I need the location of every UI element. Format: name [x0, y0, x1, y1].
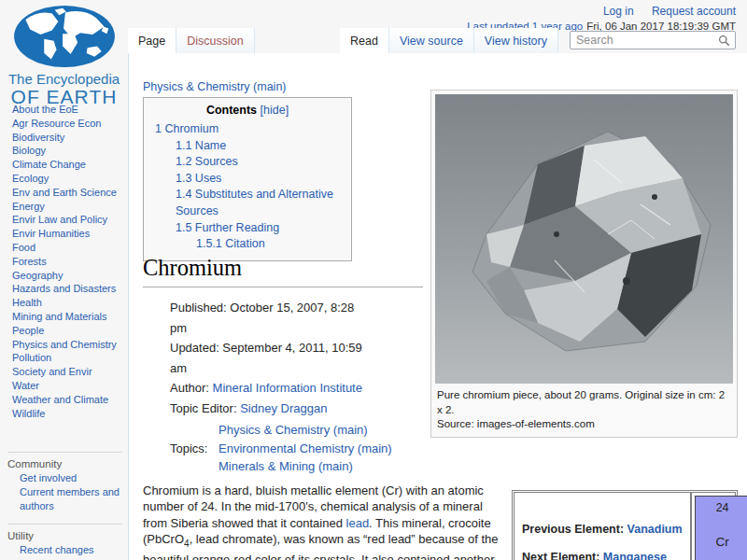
sidebar-item: Wildlife: [12, 407, 128, 421]
sidebar-link[interactable]: Energy: [12, 201, 45, 212]
tab-view-source[interactable]: View source: [389, 28, 474, 53]
sidebar-item: Biodiversity: [12, 131, 128, 145]
topic-editor-row: Topic Editor: Sidney Draggan: [170, 399, 413, 419]
breadcrumb: Physics & Chemistry (main): [143, 80, 287, 93]
sidebar-item: Mining and Materials: [12, 310, 128, 324]
sidebar-link[interactable]: Biodiversity: [12, 132, 64, 143]
toc-item: 1.5 Further Reading: [176, 220, 344, 237]
sidebar-item: Agr Resource Econ: [12, 117, 128, 131]
toc-link[interactable]: 1.4 Substitutes and Alternative Sources: [176, 188, 333, 217]
topic-link[interactable]: Physics & Chemistry (main): [218, 423, 368, 437]
sidebar-link[interactable]: Physics and Chemistry: [12, 339, 117, 350]
toc-link[interactable]: 1 Chromium: [155, 122, 218, 135]
topics-label: Topics:: [170, 420, 218, 477]
toc-link[interactable]: 1.2 Sources: [176, 155, 238, 168]
sidebar-link[interactable]: People: [12, 325, 44, 336]
search-input[interactable]: [570, 31, 736, 49]
sidebar-item: Current members and authors: [20, 485, 124, 513]
next-element-row: Next Element: Manganese: [522, 551, 683, 560]
sidebar-item: Env and Earth Science: [12, 186, 128, 200]
author-link[interactable]: Mineral Information Institute: [213, 381, 362, 395]
sidebar-item: Weather and Climate: [12, 393, 128, 407]
sidebar-item: Help: [20, 557, 124, 560]
updated-date: Updated: September 4, 2011, 10:59 am: [170, 338, 413, 378]
sidebar-item: Envir Humanities: [12, 227, 128, 241]
sidebar-item: Water: [12, 379, 128, 393]
sidebar-link[interactable]: Env and Earth Science: [12, 187, 117, 198]
tab-view-history[interactable]: View history: [474, 28, 558, 53]
sidebar-link[interactable]: Health: [12, 297, 42, 308]
sidebar-item: Forests: [12, 255, 128, 269]
sidebar-link[interactable]: Mining and Materials: [12, 311, 107, 322]
sidebar-item: Energy: [12, 200, 128, 214]
encyclopedia-of-earth-page: { "personal": { "log_in": "Log in", "req…: [0, 0, 747, 560]
topic-link[interactable]: Environmental Chemistry (main): [218, 441, 392, 455]
lead-link[interactable]: lead: [346, 516, 370, 530]
sidebar-link[interactable]: Envir Law and Policy: [12, 214, 107, 225]
personal-links: Log in Request account: [467, 5, 736, 18]
sidebar-item: Health: [12, 296, 128, 310]
toc-item: 1.4 Substitutes and Alternative Sources: [176, 187, 344, 219]
sidebar-link[interactable]: Ecology: [12, 173, 49, 184]
sidebar-item: Physics and Chemistry: [12, 338, 128, 352]
sidebar-link[interactable]: Current members and authors: [20, 486, 120, 511]
search-icon[interactable]: [718, 35, 730, 47]
sidebar-link[interactable]: Society and Envir: [12, 366, 92, 377]
toc-link[interactable]: 1.1 Name: [176, 139, 226, 152]
sidebar-link[interactable]: Envir Humanities: [12, 228, 90, 239]
chromium-photo[interactable]: [435, 94, 733, 384]
toc-link[interactable]: 1.5.1 Citation: [196, 237, 265, 250]
sidebar-section-utility: Utility Recent changes Help: [7, 524, 122, 560]
toc-hide-link[interactable]: [hide]: [261, 104, 289, 117]
sidebar-link[interactable]: Forests: [12, 256, 47, 267]
next-element-link[interactable]: Manganese: [603, 551, 667, 560]
sidebar-link[interactable]: Recent changes: [20, 544, 94, 555]
topic-item: Physics & Chemistry (main): [218, 422, 394, 439]
sidebar-link[interactable]: Pollution: [12, 352, 51, 363]
tab-page[interactable]: Page: [128, 28, 176, 53]
toc-list: 1 Chromium 1.1 Name 1.2 Sources 1.3 Uses…: [151, 121, 344, 253]
tab-discussion[interactable]: Discussion: [176, 28, 254, 53]
element-symbol: Cr: [696, 535, 747, 549]
sidebar-link[interactable]: Agr Resource Econ: [12, 118, 101, 129]
logo-text-line1: The Encyclopedia: [0, 71, 128, 87]
sidebar-link[interactable]: Biology: [12, 145, 46, 156]
sidebar-item: Ecology: [12, 172, 128, 186]
sidebar-item: Envir Law and Policy: [12, 213, 128, 227]
toc-item: 1 Chromium: [155, 121, 344, 138]
published-date: Published: October 15, 2007, 8:28 pm: [170, 298, 413, 338]
sidebar-link[interactable]: Get involved: [20, 472, 77, 483]
sidebar-item: People: [12, 324, 128, 338]
toc-link[interactable]: 1.3 Uses: [176, 172, 221, 185]
log-in-link[interactable]: Log in: [603, 5, 634, 18]
topics-links: Physics & Chemistry (main) Environmental…: [218, 420, 394, 477]
sidebar-link[interactable]: Food: [12, 242, 35, 253]
toc-link[interactable]: 1.5 Further Reading: [176, 221, 279, 234]
sidebar-link[interactable]: Weather and Climate: [12, 394, 108, 405]
atomic-number: 24: [696, 501, 747, 514]
breadcrumb-link[interactable]: Physics & Chemistry (main): [143, 80, 287, 93]
tab-read[interactable]: Read: [340, 28, 389, 53]
sidebar-section-community: Community Get involved Current members a…: [7, 452, 122, 512]
request-account-link[interactable]: Request account: [652, 5, 736, 18]
topic-editor-link[interactable]: Sidney Draggan: [240, 401, 327, 415]
community-section-title: Community: [7, 457, 122, 471]
view-tabs: Read View source View history: [340, 28, 747, 53]
sidebar-link[interactable]: Water: [12, 380, 39, 391]
sidebar-link[interactable]: Hazards and Disasters: [12, 283, 116, 294]
sidebar-item: Get involved: [20, 471, 124, 485]
sidebar-link[interactable]: Climate Change: [12, 159, 86, 170]
sidebar-link[interactable]: About the EoE: [12, 104, 78, 115]
toc-item: 1.3 Uses: [176, 171, 344, 188]
previous-element-link[interactable]: Vanadium: [627, 523, 683, 536]
search-container: [558, 28, 747, 53]
site-logo[interactable]: The Encyclopedia OF EARTH: [0, 4, 128, 108]
toc-item: 1.5.1 Citation: [196, 236, 344, 253]
sidebar-item: Society and Envir: [12, 365, 128, 379]
sidebar-link[interactable]: Geography: [12, 270, 63, 281]
toc-item: 1.2 Sources: [176, 154, 344, 171]
topic-link[interactable]: Minerals & Mining (main): [218, 459, 353, 473]
sidebar-item: About the EoE: [12, 103, 128, 117]
sidebar-link[interactable]: Wildlife: [12, 408, 45, 419]
image-caption: Pure chromium piece, about 20 grams. Ori…: [435, 384, 733, 433]
